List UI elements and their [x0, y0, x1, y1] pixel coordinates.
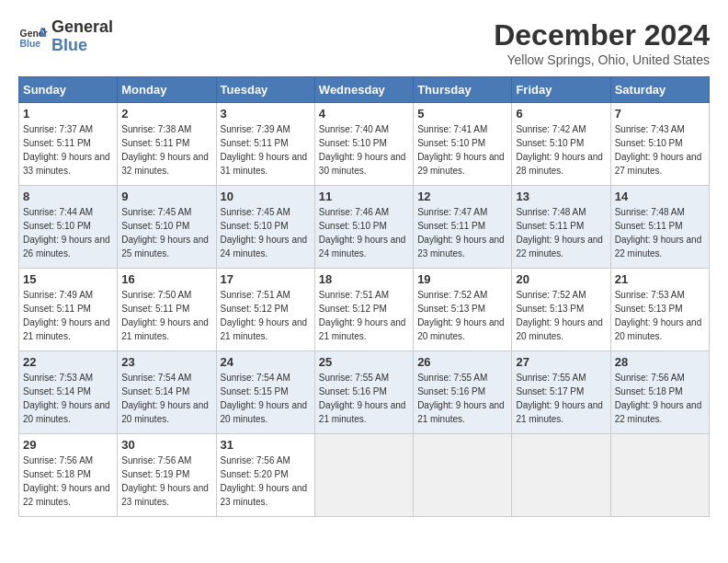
day-number: 1 [23, 107, 113, 121]
calendar-week-row: 8 Sunrise: 7:44 AMSunset: 5:10 PMDayligh… [19, 186, 710, 269]
table-row [314, 434, 413, 517]
day-info: Sunrise: 7:55 AMSunset: 5:17 PMDaylight:… [516, 373, 603, 424]
day-info: Sunrise: 7:43 AMSunset: 5:10 PMDaylight:… [615, 124, 702, 176]
table-row: 12 Sunrise: 7:47 AMSunset: 5:11 PMDaylig… [414, 186, 512, 269]
day-info: Sunrise: 7:48 AMSunset: 5:11 PMDaylight:… [516, 207, 603, 259]
day-number: 11 [319, 190, 409, 203]
table-row: 10 Sunrise: 7:45 AMSunset: 5:10 PMDaylig… [216, 186, 314, 269]
table-row: 11 Sunrise: 7:46 AMSunset: 5:10 PMDaylig… [314, 186, 413, 269]
day-info: Sunrise: 7:55 AMSunset: 5:16 PMDaylight:… [319, 373, 406, 424]
table-row: 8 Sunrise: 7:44 AMSunset: 5:10 PMDayligh… [19, 186, 118, 269]
col-sunday: Sunday [19, 77, 118, 103]
day-info: Sunrise: 7:53 AMSunset: 5:14 PMDaylight:… [23, 373, 110, 424]
table-row: 22 Sunrise: 7:53 AMSunset: 5:14 PMDaylig… [19, 351, 118, 434]
day-info: Sunrise: 7:56 AMSunset: 5:18 PMDaylight:… [615, 373, 702, 424]
table-row: 13 Sunrise: 7:48 AMSunset: 5:11 PMDaylig… [512, 186, 610, 269]
day-info: Sunrise: 7:40 AMSunset: 5:10 PMDaylight:… [319, 124, 406, 176]
page-header: General Blue General Blue December 2024 … [18, 18, 710, 67]
table-row: 21 Sunrise: 7:53 AMSunset: 5:13 PMDaylig… [610, 269, 709, 351]
day-info: Sunrise: 7:54 AMSunset: 5:14 PMDaylight:… [121, 373, 209, 424]
table-row: 1 Sunrise: 7:37 AMSunset: 5:11 PMDayligh… [19, 103, 118, 186]
calendar-week-row: 1 Sunrise: 7:37 AMSunset: 5:11 PMDayligh… [19, 103, 710, 186]
calendar-table: Sunday Monday Tuesday Wednesday Thursday… [18, 76, 710, 517]
col-friday: Friday [512, 77, 610, 103]
day-number: 8 [23, 190, 113, 203]
day-number: 31 [221, 438, 311, 452]
day-number: 24 [221, 355, 311, 369]
day-info: Sunrise: 7:53 AMSunset: 5:13 PMDaylight:… [615, 290, 702, 341]
day-info: Sunrise: 7:48 AMSunset: 5:11 PMDaylight:… [615, 207, 702, 259]
col-monday: Monday [118, 77, 216, 103]
day-number: 2 [121, 107, 211, 121]
logo: General Blue General Blue [18, 18, 113, 55]
table-row: 26 Sunrise: 7:55 AMSunset: 5:16 PMDaylig… [414, 351, 512, 434]
day-info: Sunrise: 7:56 AMSunset: 5:18 PMDaylight:… [23, 455, 110, 507]
day-number: 14 [615, 190, 705, 203]
day-info: Sunrise: 7:52 AMSunset: 5:13 PMDaylight:… [417, 290, 505, 341]
table-row: 7 Sunrise: 7:43 AMSunset: 5:10 PMDayligh… [610, 103, 709, 186]
table-row: 5 Sunrise: 7:41 AMSunset: 5:10 PMDayligh… [414, 103, 512, 186]
day-number: 21 [615, 272, 705, 286]
day-number: 29 [23, 438, 113, 452]
day-info: Sunrise: 7:38 AMSunset: 5:11 PMDaylight:… [121, 124, 209, 176]
table-row: 18 Sunrise: 7:51 AMSunset: 5:12 PMDaylig… [314, 269, 413, 351]
day-info: Sunrise: 7:47 AMSunset: 5:11 PMDaylight:… [417, 207, 505, 259]
day-number: 7 [615, 107, 705, 121]
day-info: Sunrise: 7:37 AMSunset: 5:11 PMDaylight:… [23, 124, 110, 176]
day-number: 22 [23, 355, 113, 369]
day-number: 17 [221, 272, 311, 286]
day-number: 4 [319, 107, 409, 121]
day-number: 5 [417, 107, 507, 121]
day-info: Sunrise: 7:55 AMSunset: 5:16 PMDaylight:… [417, 373, 505, 424]
svg-text:Blue: Blue [20, 39, 41, 49]
table-row: 31 Sunrise: 7:56 AMSunset: 5:20 PMDaylig… [216, 434, 314, 517]
day-number: 12 [417, 190, 507, 203]
day-info: Sunrise: 7:45 AMSunset: 5:10 PMDaylight:… [121, 207, 209, 259]
day-info: Sunrise: 7:39 AMSunset: 5:11 PMDaylight:… [221, 124, 308, 176]
day-number: 6 [516, 107, 606, 121]
location: Yellow Springs, Ohio, United States [494, 52, 710, 67]
day-number: 13 [516, 190, 606, 203]
table-row: 30 Sunrise: 7:56 AMSunset: 5:19 PMDaylig… [118, 434, 216, 517]
table-row: 24 Sunrise: 7:54 AMSunset: 5:15 PMDaylig… [216, 351, 314, 434]
day-number: 3 [221, 107, 311, 121]
day-info: Sunrise: 7:56 AMSunset: 5:20 PMDaylight:… [221, 455, 308, 507]
table-row: 27 Sunrise: 7:55 AMSunset: 5:17 PMDaylig… [512, 351, 610, 434]
day-number: 18 [319, 272, 409, 286]
table-row: 28 Sunrise: 7:56 AMSunset: 5:18 PMDaylig… [610, 351, 709, 434]
day-number: 28 [615, 355, 705, 369]
day-number: 15 [23, 272, 113, 286]
table-row: 14 Sunrise: 7:48 AMSunset: 5:11 PMDaylig… [610, 186, 709, 269]
table-row: 2 Sunrise: 7:38 AMSunset: 5:11 PMDayligh… [118, 103, 216, 186]
table-row: 23 Sunrise: 7:54 AMSunset: 5:14 PMDaylig… [118, 351, 216, 434]
month-title: December 2024 [494, 18, 710, 52]
calendar-week-row: 22 Sunrise: 7:53 AMSunset: 5:14 PMDaylig… [19, 351, 710, 434]
day-number: 10 [221, 190, 311, 203]
day-info: Sunrise: 7:41 AMSunset: 5:10 PMDaylight:… [417, 124, 505, 176]
table-row: 20 Sunrise: 7:52 AMSunset: 5:13 PMDaylig… [512, 269, 610, 351]
table-row: 6 Sunrise: 7:42 AMSunset: 5:10 PMDayligh… [512, 103, 610, 186]
day-number: 9 [121, 190, 211, 203]
day-number: 19 [417, 272, 507, 286]
calendar-header-row: Sunday Monday Tuesday Wednesday Thursday… [19, 77, 710, 103]
table-row: 15 Sunrise: 7:49 AMSunset: 5:11 PMDaylig… [19, 269, 118, 351]
table-row: 25 Sunrise: 7:55 AMSunset: 5:16 PMDaylig… [314, 351, 413, 434]
col-thursday: Thursday [414, 77, 512, 103]
day-number: 20 [516, 272, 606, 286]
day-info: Sunrise: 7:51 AMSunset: 5:12 PMDaylight:… [221, 290, 308, 341]
logo-text: General Blue [51, 18, 113, 55]
table-row [512, 434, 610, 517]
title-block: December 2024 Yellow Springs, Ohio, Unit… [494, 18, 710, 67]
day-info: Sunrise: 7:49 AMSunset: 5:11 PMDaylight:… [23, 290, 110, 341]
day-number: 16 [121, 272, 211, 286]
table-row: 9 Sunrise: 7:45 AMSunset: 5:10 PMDayligh… [118, 186, 216, 269]
day-number: 26 [417, 355, 507, 369]
logo-icon: General Blue [18, 22, 48, 52]
day-number: 23 [121, 355, 211, 369]
table-row: 4 Sunrise: 7:40 AMSunset: 5:10 PMDayligh… [314, 103, 413, 186]
calendar-week-row: 29 Sunrise: 7:56 AMSunset: 5:18 PMDaylig… [19, 434, 710, 517]
day-number: 27 [516, 355, 606, 369]
table-row: 16 Sunrise: 7:50 AMSunset: 5:11 PMDaylig… [118, 269, 216, 351]
day-number: 30 [121, 438, 211, 452]
day-info: Sunrise: 7:56 AMSunset: 5:19 PMDaylight:… [121, 455, 209, 507]
